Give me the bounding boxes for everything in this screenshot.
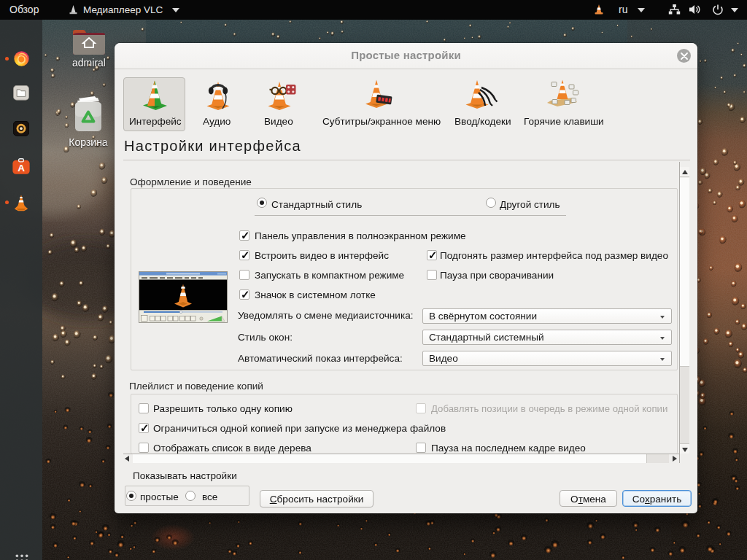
svg-text:A: A (18, 163, 25, 174)
